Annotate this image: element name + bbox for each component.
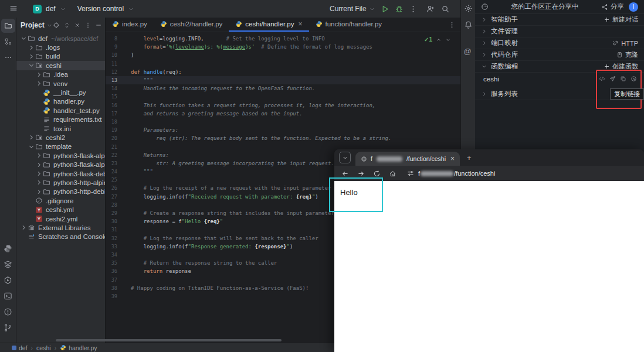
code-line-8: 8 level=logging.INFO, # Set the logging … [106,35,460,43]
new-tab-icon[interactable]: + [467,154,472,162]
address-bar[interactable]: f/function/ceshi [407,170,495,177]
chevron-right-icon[interactable] [35,170,43,177]
line-number: 29 [106,210,117,216]
chevron-right-icon[interactable] [28,134,35,141]
chevron-right-icon[interactable] [35,179,43,186]
expand-all-icon[interactable] [63,22,70,29]
locate-file-icon[interactable] [53,22,60,29]
tree-item-scratches-and-consoles[interactable]: Scratches and Consoles [16,233,105,241]
section-文件管理[interactable]: 文件管理 [475,26,644,37]
tool-commit[interactable] [1,35,15,49]
dashboard-icon[interactable] [481,3,489,11]
next-problem-icon[interactable] [445,37,451,43]
tree-item-python3-http-debian[interactable]: python3-http-debian [16,187,105,196]
share-button[interactable]: 分享 [601,2,624,11]
chevron-down-icon[interactable] [28,61,35,69]
section-端口映射[interactable]: 端口映射HTTP [475,37,644,49]
prev-problem-icon[interactable] [436,37,442,43]
tool-python-console[interactable] [4,244,12,253]
chevron-right-icon[interactable] [28,53,35,60]
search-everywhere-icon[interactable] [441,5,450,13]
tree-item-ceshi-yml[interactable]: Yceshi.yml [16,205,105,214]
section-代码仓库[interactable]: 代码仓库克隆 [475,49,644,61]
chevron-right-icon[interactable] [28,44,35,52]
tool-dependencies[interactable] [4,260,12,269]
back-icon[interactable] [341,170,349,177]
tool-project[interactable] [1,19,15,33]
code-with-me-icon[interactable] [426,5,435,13]
close-tab-icon[interactable]: × [450,155,455,162]
tree-item-handler-py[interactable]: handler.py [16,97,105,106]
chevron-right-icon[interactable] [35,161,43,169]
breadcrumb-handler-py[interactable]: handler.py [60,344,97,351]
tree-item-python3-http-alpine[interactable]: python3-http-alpine [16,178,105,187]
section-action-新建对话[interactable]: 新建对话 [604,15,638,24]
section-action-克隆[interactable]: 克隆 [616,50,638,59]
panel-options-icon[interactable] [84,22,91,29]
section-智能助手[interactable]: 智能助手新建对话 [475,14,644,26]
tool-problems[interactable] [4,307,12,316]
tool-version-control[interactable] [4,323,12,332]
tree-item-def[interactable]: def~/workspace/def [16,34,105,43]
chevron-right-icon[interactable] [35,80,43,87]
chevron-right-icon[interactable] [35,71,43,78]
folder-icon [43,170,50,177]
debug-icon[interactable] [395,5,404,13]
chevron-down-icon[interactable] [20,35,28,42]
project-selector[interactable]: def [46,5,56,13]
tab-index-py[interactable]: index.py [106,18,154,32]
run-icon[interactable] [381,5,389,13]
tree-item-venv[interactable]: venv [16,79,105,88]
run-config-selector[interactable]: Current File [330,5,375,13]
tab-ceshi-handler-py[interactable]: ceshi/handler.py× [229,18,309,32]
chevron-right-icon[interactable] [35,188,43,196]
close-tab-icon[interactable]: × [298,20,302,28]
tree-item-template[interactable]: template [16,142,105,151]
chevron-down-icon[interactable] [28,143,35,151]
main-menu-icon[interactable] [6,1,21,15]
reload-icon[interactable] [373,170,381,177]
horizontal-scrollbar[interactable] [56,339,282,341]
tab-ceshi2-handler-py[interactable]: ceshi2/handler.py [154,18,229,32]
vcs-widget[interactable]: Version control [77,5,124,13]
avatar[interactable]: l [629,2,638,12]
breadcrumb-def[interactable]: def [12,344,28,351]
forward-icon[interactable] [357,170,365,177]
chevron-right-icon[interactable] [20,224,28,231]
home-icon[interactable] [389,170,396,177]
tree-item-build[interactable]: build [16,52,105,61]
tree-item-external-libraries[interactable]: External Libraries [16,223,105,232]
tab-function-handler-py[interactable]: function/handler.py [309,18,389,32]
section-action-HTTP[interactable]: HTTP [612,40,638,47]
breadcrumb-ceshi[interactable]: ceshi [36,344,51,351]
tree-item-requirements-txt[interactable]: requirements.txt [16,115,105,124]
more-actions-icon[interactable] [409,5,418,13]
tree-item-ceshi2[interactable]: ceshi2 [16,133,105,142]
settings-icon[interactable] [464,4,473,13]
project-panel-title[interactable]: Project [21,21,53,29]
browser-tab[interactable]: f/function/ceshi × [355,152,460,166]
tree-item--init-py[interactable]: __init__.py [16,88,105,97]
tab-options-icon[interactable] [448,21,456,29]
tune-icon[interactable] [407,170,414,177]
tree-item--idea[interactable]: .idea [16,70,105,79]
tree-item--logs[interactable]: .logs [16,43,105,52]
hide-panel-icon[interactable] [95,22,102,29]
tree-item-tox-ini[interactable]: tox.ini [16,124,105,133]
chevron-right-icon[interactable] [35,152,43,159]
tree-item-handler-test-py[interactable]: handler_test.py [16,106,105,115]
tree-item-ceshi2-yml[interactable]: Yceshi2.yml [16,214,105,223]
tool-terminal[interactable] [4,292,12,300]
notifications-icon[interactable] [464,20,473,29]
tool-more[interactable] [1,50,15,64]
tool-services[interactable] [4,276,12,285]
tree-item--gitignore[interactable]: .gitignore [16,196,105,205]
inspection-widget[interactable]: ✓1 [424,36,451,43]
collapse-all-icon[interactable] [74,22,81,29]
tree-item-python3-flask-alpine-my[interactable]: python3-flask-alpine-my [16,160,105,169]
tree-item-python3-flask-debian[interactable]: python3-flask-debian [16,169,105,178]
tree-item-ceshi[interactable]: ceshi [16,61,105,70]
browser-collapse-icon[interactable] [339,152,351,163]
tree-item-python3-flask-alpine[interactable]: python3-flask-alpine [16,151,105,160]
mentions-icon[interactable]: @ [464,37,473,56]
